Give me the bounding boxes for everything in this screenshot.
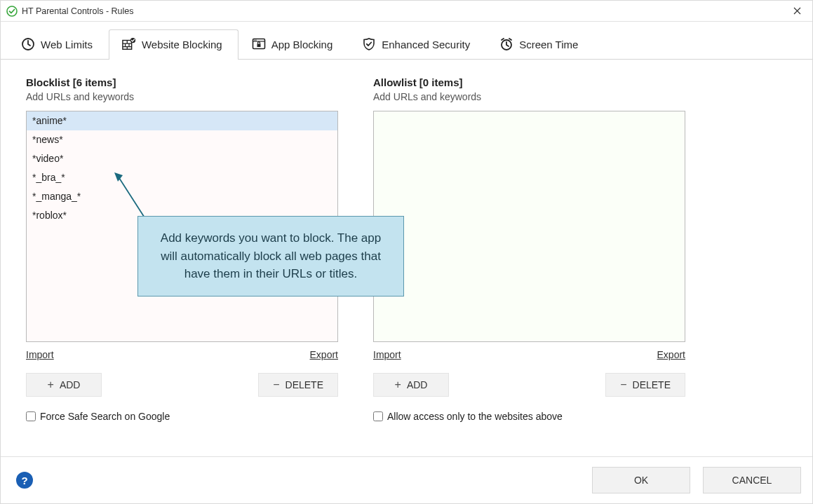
tab-web-limits[interactable]: Web Limits: [8, 29, 109, 60]
allowlist-listbox[interactable]: [373, 111, 685, 342]
list-item[interactable]: *_bra_*: [27, 168, 337, 187]
list-item[interactable]: *_manga_*: [27, 187, 337, 206]
blocklist-add-button[interactable]: +ADD: [26, 373, 102, 397]
app-lock-icon: [252, 37, 266, 51]
button-label: ADD: [407, 379, 428, 390]
tab-label: Enhanced Security: [382, 39, 470, 50]
blocklist-delete-button[interactable]: −DELETE: [258, 373, 338, 397]
blocklist-title: Blocklist [6 items]: [26, 76, 338, 88]
cancel-button[interactable]: CANCEL: [703, 467, 801, 493]
tooltip-box: Add keywords you want to block. The app …: [137, 216, 404, 297]
svg-line-17: [509, 39, 511, 40]
allowlist-delete-button[interactable]: −DELETE: [605, 373, 685, 397]
only-allowlist-row[interactable]: Allow access only to the websites above: [373, 411, 685, 422]
list-item[interactable]: *news*: [27, 130, 337, 149]
shield-check-icon: [362, 37, 376, 51]
allowlist-add-button[interactable]: +ADD: [373, 373, 449, 397]
list-item[interactable]: *anime*: [27, 111, 337, 130]
blocklist-import-link[interactable]: Import: [26, 349, 54, 360]
blocklist-export-link[interactable]: Export: [310, 349, 338, 360]
button-label: ADD: [60, 379, 81, 390]
allowlist-sub: Add URLs and keywords: [373, 91, 685, 102]
clock-icon: [21, 37, 35, 51]
close-button[interactable]: [787, 1, 807, 21]
wall-check-icon: [122, 37, 136, 51]
tab-label: Screen Time: [519, 39, 578, 50]
alarm-clock-icon: [499, 37, 513, 51]
tab-label: Web Limits: [41, 39, 93, 50]
help-button[interactable]: ?: [16, 472, 33, 489]
plus-icon: +: [48, 379, 54, 390]
ok-button[interactable]: OK: [592, 467, 690, 493]
button-label: DELETE: [633, 379, 671, 390]
blocklist-sub: Add URLs and keywords: [26, 91, 338, 102]
tab-label: Website Blocking: [142, 39, 222, 50]
minus-icon: −: [620, 379, 626, 390]
minus-icon: −: [273, 379, 279, 390]
footer: ? OK CANCEL: [1, 456, 812, 503]
allowlist-import-link[interactable]: Import: [373, 349, 401, 360]
only-allowlist-checkbox[interactable]: [373, 411, 383, 421]
tabs-bar: Web Limits Website Blocking App Blocking…: [1, 22, 812, 60]
allowlist-title: Allowlist [0 items]: [373, 76, 685, 88]
button-label: DELETE: [285, 379, 323, 390]
force-safe-search-checkbox[interactable]: [26, 411, 36, 421]
list-item[interactable]: *video*: [27, 149, 337, 168]
tab-app-blocking[interactable]: App Blocking: [238, 29, 349, 60]
plus-icon: +: [395, 379, 401, 390]
app-icon: [6, 6, 18, 17]
allowlist-export-link[interactable]: Export: [657, 349, 685, 360]
tab-label: App Blocking: [271, 39, 333, 50]
svg-point-0: [7, 6, 17, 16]
checkbox-label: Allow access only to the websites above: [387, 411, 563, 422]
force-safe-search-row[interactable]: Force Safe Search on Google: [26, 411, 338, 422]
svg-rect-14: [257, 44, 260, 48]
svg-point-12: [254, 40, 255, 41]
checkbox-label: Force Safe Search on Google: [40, 411, 170, 422]
allowlist-panel: Allowlist [0 items] Add URLs and keyword…: [373, 76, 685, 449]
svg-line-16: [502, 39, 504, 40]
titlebar: HT Parental Controls - Rules: [1, 1, 812, 22]
window-title: HT Parental Controls - Rules: [22, 6, 134, 16]
tab-website-blocking[interactable]: Website Blocking: [109, 29, 238, 60]
tab-screen-time[interactable]: Screen Time: [486, 29, 594, 60]
svg-point-13: [255, 40, 256, 41]
tab-enhanced-security[interactable]: Enhanced Security: [349, 29, 486, 60]
